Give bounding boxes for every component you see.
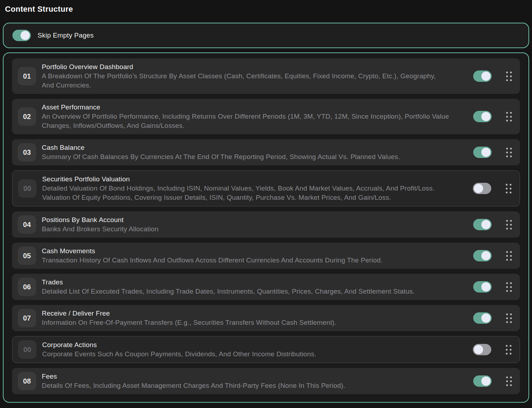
section-row: 00 Securities Portfolio Valuation Detail… (12, 170, 520, 206)
content-structure-list: 01 Portfolio Overview Dashboard A Breakd… (3, 52, 529, 403)
section-toggle[interactable] (473, 344, 491, 355)
section-text: Cash Movements Transaction History Of Ca… (42, 246, 468, 265)
section-row: 05 Cash Movements Transaction History Of… (12, 243, 520, 269)
section-description: Details Of Fees, Including Asset Managem… (42, 381, 449, 390)
section-row: 02 Asset Performance An Overview Of Port… (12, 99, 520, 134)
section-text: Asset Performance An Overview Of Portfol… (42, 103, 468, 130)
section-number-badge: 08 (18, 372, 36, 390)
section-description: An Overview Of Portfolio Performance, In… (42, 112, 449, 130)
section-controls (473, 375, 514, 387)
section-description: Transaction History Of Cash Inflows And … (42, 256, 449, 265)
toggle-knob (481, 72, 491, 81)
section-description: A Breakdown Of The Portfolio’s Structure… (42, 72, 449, 90)
section-number-badge: 01 (18, 67, 36, 85)
section-controls (473, 281, 514, 293)
section-toggle[interactable] (473, 219, 492, 230)
section-title: Fees (42, 372, 468, 381)
section-row: 01 Portfolio Overview Dashboard A Breakd… (12, 58, 520, 94)
toggle-knob (481, 251, 491, 260)
section-text: Receive / Deliver Free Information On Fr… (42, 309, 468, 327)
section-toggle[interactable] (473, 375, 492, 387)
drag-handle-icon[interactable] (506, 345, 511, 355)
page-title: Content Structure (0, 0, 532, 14)
drag-handle-icon[interactable] (506, 376, 512, 386)
section-number-badge: 06 (18, 278, 36, 296)
drag-handle-icon[interactable] (506, 251, 512, 261)
section-description: Detailed Valuation Of Bond Holdings, Inc… (42, 184, 449, 202)
section-row: 03 Cash Balance Summary Of Cash Balances… (12, 139, 520, 165)
section-text: Corporate Actions Corporate Events Such … (42, 340, 467, 359)
section-number-badge: 02 (18, 107, 36, 126)
section-number-badge: 00 (18, 340, 36, 359)
drag-handle-icon[interactable] (506, 313, 512, 323)
section-toggle[interactable] (473, 250, 492, 261)
skip-empty-pages-panel: Skip Empty Pages (3, 23, 529, 48)
section-description: Summary Of Cash Balances By Currencies A… (42, 152, 449, 162)
section-title: Positions By Bank Account (42, 215, 468, 225)
section-toggle[interactable] (473, 70, 492, 82)
section-controls (473, 250, 514, 261)
section-number-badge: 00 (18, 179, 36, 198)
toggle-knob (481, 313, 491, 323)
toggle-knob (481, 220, 491, 229)
section-number-badge: 03 (18, 143, 36, 162)
section-row: 06 Trades Detailed List Of Executed Trad… (12, 274, 520, 300)
section-toggle[interactable] (473, 183, 491, 194)
section-text: Fees Details Of Fees, Including Asset Ma… (42, 372, 468, 390)
section-title: Corporate Actions (42, 340, 467, 350)
section-toggle[interactable] (473, 312, 492, 324)
section-controls (473, 183, 514, 194)
skip-empty-pages-toggle[interactable] (12, 30, 31, 41)
section-text: Cash Balance Summary Of Cash Balances By… (42, 143, 468, 162)
drag-handle-icon[interactable] (506, 72, 512, 81)
section-title: Portfolio Overview Dashboard (42, 62, 468, 72)
section-row: 04 Positions By Bank Account Banks And B… (12, 211, 520, 238)
section-row: 08 Fees Details Of Fees, Including Asset… (12, 368, 520, 394)
content-structure-page: { "page": { "title": "Content Structure"… (0, 0, 532, 408)
section-row: 07 Receive / Deliver Free Information On… (12, 305, 520, 331)
drag-handle-icon[interactable] (506, 282, 512, 292)
section-title: Receive / Deliver Free (42, 309, 468, 318)
section-description: Corporate Events Such As Coupon Payments… (42, 350, 449, 359)
section-description: Banks And Brokers Security Allocation (42, 225, 449, 234)
section-row: 00 Corporate Actions Corporate Events Su… (12, 336, 520, 363)
section-controls (473, 344, 514, 355)
toggle-knob (474, 184, 483, 193)
section-title: Cash Balance (42, 143, 468, 152)
section-description: Information On Free-Of-Payment Transfers… (42, 318, 449, 327)
section-toggle[interactable] (473, 281, 492, 293)
section-controls (473, 219, 514, 230)
section-toggle[interactable] (473, 111, 492, 122)
drag-handle-icon[interactable] (506, 184, 511, 193)
section-toggle[interactable] (473, 147, 492, 158)
toggle-knob (481, 112, 491, 121)
drag-handle-icon[interactable] (506, 112, 512, 121)
section-controls (473, 312, 514, 324)
drag-handle-icon[interactable] (506, 148, 512, 157)
toggle-knob (481, 282, 491, 291)
section-number-badge: 07 (18, 309, 36, 327)
section-text: Securities Portfolio Valuation Detailed … (42, 175, 467, 202)
section-title: Asset Performance (42, 103, 468, 112)
toggle-knob (21, 31, 30, 40)
section-title: Cash Movements (42, 246, 468, 256)
section-number-badge: 04 (18, 215, 36, 234)
toggle-knob (481, 148, 491, 157)
section-text: Trades Detailed List Of Executed Trades,… (42, 278, 468, 296)
skip-empty-pages-label: Skip Empty Pages (38, 32, 94, 39)
drag-handle-icon[interactable] (506, 220, 512, 230)
section-number-badge: 05 (18, 246, 36, 265)
toggle-knob (474, 345, 483, 354)
section-controls (473, 111, 514, 122)
section-controls (473, 147, 514, 158)
section-description: Detailed List Of Executed Trades, Includ… (42, 287, 449, 296)
section-text: Portfolio Overview Dashboard A Breakdown… (42, 62, 468, 90)
section-title: Trades (42, 278, 468, 287)
section-text: Positions By Bank Account Banks And Brok… (42, 215, 468, 234)
toggle-knob (481, 376, 491, 386)
section-controls (473, 70, 514, 82)
section-title: Securities Portfolio Valuation (42, 175, 467, 184)
